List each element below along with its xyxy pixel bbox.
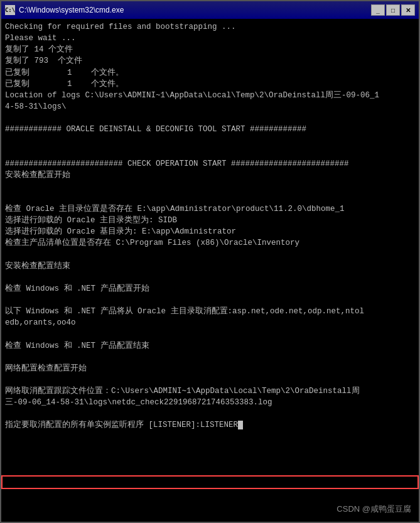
minimize-button[interactable]: _ <box>371 4 385 16</box>
window-controls: _ □ ✕ <box>371 4 415 16</box>
watermark: CSDN @咸鸭蛋豆腐 <box>337 504 411 515</box>
title-bar: C:\ C:\Windows\system32\cmd.exe _ □ ✕ <box>1 1 419 19</box>
cmd-window: C:\ C:\Windows\system32\cmd.exe _ □ ✕ Ch… <box>0 0 420 523</box>
title-bar-left: C:\ C:\Windows\system32\cmd.exe <box>5 5 124 15</box>
cmd-icon: C:\ <box>5 5 15 15</box>
highlight-box <box>1 475 419 489</box>
terminal-output: Checking for required files and bootstra… <box>1 19 419 522</box>
window-title: C:\Windows\system32\cmd.exe <box>19 6 124 14</box>
terminal-text: Checking for required files and bootstra… <box>5 21 415 431</box>
close-button[interactable]: ✕ <box>401 4 415 16</box>
restore-button[interactable]: □ <box>386 4 400 16</box>
